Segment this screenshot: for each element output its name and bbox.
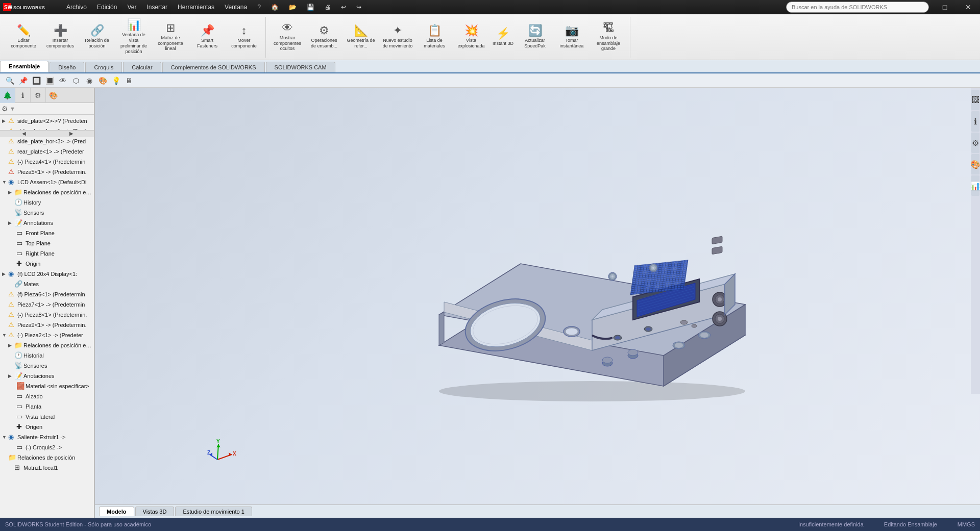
- tree-item-croquis2[interactable]: ▭ (-) Croquis2 ->: [0, 442, 94, 452]
- tree-item-right-plane[interactable]: ▭ Right Plane: [0, 248, 94, 259]
- save-icon[interactable]: 💾: [302, 2, 320, 13]
- motion-study-button[interactable]: ✦ Nuevo estudio de movimiento: [379, 19, 416, 55]
- tab-complementos[interactable]: Complementos de SOLIDWORKS: [162, 62, 265, 72]
- large-assembly-button[interactable]: 🏗 Modo de ensamblaje grande: [590, 19, 627, 55]
- tree-item-pieza9[interactable]: ⚠ Pieza9<1> -> (Predetermin.: [0, 320, 94, 330]
- tree-item-annotations[interactable]: ▶ 📝 Annotations: [0, 218, 94, 228]
- box-btn1[interactable]: 🔲: [31, 75, 42, 86]
- tab-modelo[interactable]: Modelo: [99, 507, 134, 516]
- tree-item-planta[interactable]: ▭ Planta: [0, 401, 94, 412]
- tree-item-pieza5[interactable]: ⚠ Pieza5<1> -> (Predetermin.: [0, 167, 94, 177]
- tree-item-anotaciones[interactable]: ▶ 📝 Anotaciones: [0, 371, 94, 381]
- tree-item-rear-plate[interactable]: ⚠ rear_plate<1> -> (Predeter: [0, 146, 94, 157]
- assembly-features-button[interactable]: ⚙ Operaciones de ensamb...: [306, 19, 342, 55]
- box-btn2[interactable]: 🔳: [44, 75, 55, 86]
- appearance-tab[interactable]: 🎨: [46, 88, 61, 103]
- close-button[interactable]: ✕: [957, 0, 980, 14]
- tab-calcular[interactable]: Calcular: [123, 62, 161, 72]
- tree-item-lcd-display[interactable]: ▶ ◉ (f) LCD 20x4 Display<1:: [0, 269, 94, 279]
- exploded-view-button[interactable]: 💥 Vista explosionada: [453, 19, 489, 55]
- tab-vistas3d[interactable]: Vistas 3D: [135, 507, 175, 516]
- tree-item-alzado[interactable]: ▭ Alzado: [0, 391, 94, 401]
- tree-item-matriz[interactable]: ⊞ MatrizL local1: [0, 463, 94, 473]
- tree-item-historial[interactable]: 🕐 Historial: [0, 350, 94, 361]
- print-icon[interactable]: 🖨: [320, 2, 336, 13]
- tree-item-side-plate2[interactable]: ▶ ⚠ side_plate<2>->? (Predeten: [0, 116, 94, 126]
- appearance-manager-btn[interactable]: 🎨: [971, 154, 979, 174]
- tree-item-side-plate-hor3[interactable]: ⚠ side_plate_hor<3> -> (Pred: [0, 136, 94, 146]
- pin-btn[interactable]: 📌: [17, 75, 29, 86]
- property-manager-btn[interactable]: ℹ: [971, 111, 979, 132]
- color-btn[interactable]: 🎨: [97, 75, 108, 86]
- undo-icon[interactable]: ↩: [336, 2, 351, 13]
- tree-item-pieza7[interactable]: ⚠ Pieza7<1> -> (Predetermin: [0, 299, 94, 310]
- tree-item-top-plane[interactable]: ▭ Top Plane: [0, 238, 94, 248]
- tree-item-rel-pos-main[interactable]: 📁 Relaciones de posición: [0, 452, 94, 463]
- tree-item-vista-lateral[interactable]: ▭ Vista lateral: [0, 412, 94, 422]
- menu-insertar[interactable]: Insertar: [141, 2, 173, 13]
- filter-btn[interactable]: 🔍: [4, 75, 15, 86]
- edit-component-button[interactable]: ✏️ Editar componente: [5, 19, 42, 55]
- tree-label: Right Plane: [26, 250, 55, 257]
- tree-item-pieza2[interactable]: ▼ ⚠ (-) Pieza2<1> -> (Predeter: [0, 330, 94, 340]
- move-component-button[interactable]: ↕ Mover componente: [226, 19, 262, 55]
- eye-btn[interactable]: 👁: [57, 75, 68, 86]
- tree-item-origen[interactable]: ✚ Origen: [0, 422, 94, 432]
- tab-motion[interactable]: Estudio de movimiento 1: [175, 507, 252, 516]
- linear-pattern-button[interactable]: ⊞ Matriz de componente lineal: [152, 19, 189, 55]
- smart-fasteners-button[interactable]: 📌 Smart Fasteners: [189, 19, 226, 55]
- scene-btn[interactable]: 🖥: [124, 75, 135, 86]
- display-manager-btn[interactable]: 🖼: [971, 90, 979, 110]
- tree-item-material[interactable]: 🧱 Material <sin especificar>: [0, 381, 94, 391]
- tree-item-lcd-assem[interactable]: ▼ ◉ LCD Assem<1> (Default<Di: [0, 177, 94, 187]
- menu-herramientas[interactable]: Herramientas: [173, 2, 219, 13]
- menu-ventana[interactable]: Ventana: [219, 2, 252, 13]
- tab-ensamblaje[interactable]: Ensamblaje: [0, 61, 48, 72]
- 3d-viewport[interactable]: X Y Z: [95, 88, 980, 511]
- tab-croquis[interactable]: Croquis: [85, 62, 122, 72]
- mate-button[interactable]: 🔗 Relación de posición: [79, 19, 115, 55]
- light-btn[interactable]: 💡: [110, 75, 121, 86]
- capture-button[interactable]: 📷 Tomar instantánea: [553, 19, 590, 55]
- svg-point-55: [680, 320, 688, 324]
- config-tab[interactable]: ⚙: [31, 88, 46, 103]
- search-input[interactable]: [786, 2, 929, 13]
- tab-diseno[interactable]: Diseño: [50, 62, 84, 72]
- insert-components-button[interactable]: ➕ Insertar componentes: [42, 19, 79, 55]
- custom-manager-btn[interactable]: 📊: [971, 175, 979, 196]
- wireframe-btn[interactable]: ⬡: [70, 75, 82, 86]
- display-btn[interactable]: ◉: [84, 75, 95, 86]
- config-manager-btn[interactable]: ⚙: [971, 133, 979, 153]
- redo-icon[interactable]: ↪: [351, 2, 366, 13]
- tree-item-sensors[interactable]: 📡 Sensors: [0, 208, 94, 218]
- tree-item-rel-pos2[interactable]: ▶ 📁 Relaciones de posición en fi: [0, 340, 94, 350]
- update-speedpak-button[interactable]: 🔄 Actualizar SpeedPak: [517, 19, 553, 55]
- menu-archivo[interactable]: Archivo: [61, 2, 92, 13]
- instant3d-button[interactable]: ⚡ Instant 3D: [489, 19, 517, 55]
- menu-edicion[interactable]: Edición: [92, 2, 122, 13]
- tree-item-front-plane[interactable]: ▭ Front Plane: [0, 228, 94, 238]
- menu-ver[interactable]: Ver: [122, 2, 141, 13]
- tree-item-sensores[interactable]: 📡 Sensores: [0, 361, 94, 371]
- new-file-icon[interactable]: 🏠: [266, 2, 284, 13]
- tab-cam[interactable]: SOLIDWORKS CAM: [266, 62, 335, 72]
- tree-item-pieza8[interactable]: ⚠ (-) Pieza8<1> (Predetermin.: [0, 310, 94, 320]
- show-hidden-button[interactable]: 👁 Mostrar componentes ocultos: [269, 19, 306, 55]
- menu-help[interactable]: ?: [252, 2, 266, 13]
- scroll-left-arrow[interactable]: ◀: [0, 131, 47, 137]
- feature-tree-tab[interactable]: 🌲: [0, 88, 15, 103]
- bom-button[interactable]: 📋 Lista de materiales: [416, 19, 453, 55]
- property-tab[interactable]: ℹ: [15, 88, 31, 103]
- scroll-right-arrow[interactable]: ▶: [47, 131, 95, 137]
- tree-item-pieza4[interactable]: ⚠ (-) Pieza4<1> (Predetermin: [0, 157, 94, 167]
- restore-button[interactable]: □: [933, 0, 957, 14]
- tree-item-mates[interactable]: 🔗 Mates: [0, 279, 94, 289]
- open-file-icon[interactable]: 📂: [284, 2, 302, 13]
- tree-item-history[interactable]: 🕐 History: [0, 197, 94, 208]
- tree-item-pieza6[interactable]: ⚠ (f) Pieza6<1> (Predetermin: [0, 289, 94, 299]
- tree-item-origin[interactable]: ✚ Origin: [0, 259, 94, 269]
- view-preview-button[interactable]: 📊 Ventana de vista preliminar de posició…: [115, 19, 152, 55]
- tree-item-mates-pos[interactable]: ▶ 📁 Relaciones de posición en fi: [0, 187, 94, 197]
- reference-geometry-button[interactable]: 📐 Geometría de refer...: [342, 19, 379, 55]
- tree-item-extruir[interactable]: ▼ ◉ Saliente-Extruir1 ->: [0, 432, 94, 442]
